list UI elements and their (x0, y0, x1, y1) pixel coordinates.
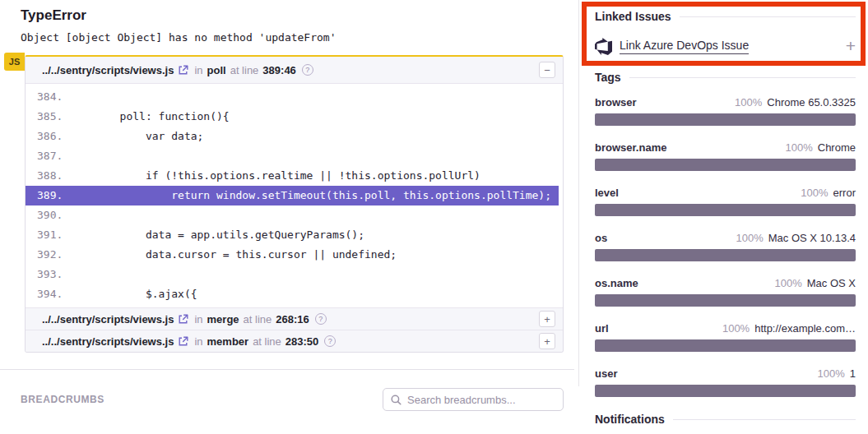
tag-item-level: level100%error (595, 187, 856, 216)
tag-percent: 100% (736, 232, 764, 244)
line-number: 386. (26, 127, 68, 146)
tag-key: level (595, 187, 619, 199)
frame-lineno: 283:50 (285, 335, 318, 348)
in-label: in (194, 335, 202, 348)
line-code: $.ajax({ (68, 284, 197, 304)
breadcrumbs-header: BREADCRUMBS (21, 388, 564, 411)
page-title: TypeError (21, 7, 564, 24)
tag-key: os.name (595, 277, 638, 289)
expand-frame-button[interactable]: + (539, 333, 555, 349)
frame-function: member (207, 335, 249, 348)
line-code: data = app.utils.getQueryParams(); (68, 225, 364, 245)
linked-issues-heading: Linked Issues (595, 10, 671, 23)
tag-value: Mac OS X (807, 277, 856, 289)
expand-frame-button[interactable]: + (539, 311, 555, 327)
at-line-label: at line (244, 313, 272, 326)
frame-header-member[interactable]: ../../sentry/scripts/views.js in member … (26, 330, 563, 352)
code-line: 391. data = app.utils.getQueryParams(); (26, 225, 563, 245)
search-breadcrumbs-input[interactable] (407, 394, 555, 406)
issue-detail-page: TypeError Object [object Object] has no … (0, 0, 868, 434)
main-column: TypeError Object [object Object] has no … (0, 0, 578, 434)
tag-value: http://example.com… (754, 322, 856, 335)
tag-value: Chrome (818, 141, 856, 154)
frame-header-poll[interactable]: ../../sentry/scripts/views.js in poll at… (26, 57, 563, 84)
line-code: if (!this.options.realtime || !this.opti… (68, 166, 480, 186)
stacktrace-frame-list: ../../sentry/scripts/views.js in poll at… (25, 55, 564, 353)
line-number: 384. (26, 87, 68, 107)
tag-item-user: user100%1 (595, 367, 856, 397)
at-line-label: at line (230, 64, 259, 76)
tag-distribution-bar[interactable] (595, 159, 856, 171)
line-number: 387. (26, 146, 68, 166)
tag-percent: 100% (801, 187, 828, 199)
tag-item-browser: browser100%Chrome 65.0.3325 (595, 96, 856, 126)
tag-distribution-bar[interactable] (595, 385, 856, 397)
external-link-icon[interactable] (178, 336, 188, 347)
tag-value: error (833, 187, 856, 199)
tag-key: url (595, 322, 609, 335)
tag-percent: 100% (722, 322, 750, 335)
error-message: Object [object Object] has no method 'up… (21, 31, 564, 44)
code-line: 388. if (!this.options.realtime || !this… (26, 166, 563, 186)
breadcrumbs-search[interactable] (383, 388, 564, 411)
heading-rule (680, 16, 856, 17)
breadcrumbs-title: BREADCRUMBS (21, 394, 104, 405)
tag-item-browser-name: browser.name100%Chrome (595, 141, 856, 171)
code-line: 390. (26, 205, 563, 225)
line-number: 391. (26, 225, 68, 245)
help-icon[interactable]: ? (324, 335, 336, 347)
sidebar: Linked Issues Link Azure DevOps Issue + … (578, 0, 868, 434)
code-line: 384. (26, 87, 563, 107)
tag-item-url: url100%http://example.com… (595, 322, 856, 352)
line-number: 389. (26, 186, 68, 205)
link-azure-devops-row: Link Azure DevOps Issue + (595, 35, 856, 57)
code-line: 387. (26, 146, 563, 166)
line-code: poll: function(){ (68, 107, 230, 127)
tag-value: Chrome 65.0.3325 (767, 96, 856, 108)
tags-section-header: Tags (595, 71, 856, 84)
frame-function: merge (207, 313, 239, 326)
tag-item-os-name: os.name100%Mac OS X (595, 277, 856, 307)
tags-section: Tags browser100%Chrome 65.0.3325 browser… (595, 71, 856, 397)
tag-key: user (595, 367, 617, 380)
code-line: 385. poll: function(){ (26, 107, 563, 127)
tag-distribution-bar[interactable] (595, 339, 856, 352)
line-number: 388. (26, 166, 68, 186)
linked-issues-section-header: Linked Issues (595, 10, 856, 23)
frame-lineno: 389:46 (262, 64, 295, 76)
frame-filename-link[interactable]: ../../sentry/scripts/views.js (42, 335, 174, 348)
line-number: 394. (26, 284, 68, 304)
code-line-highlighted: 389. return window.setTimeout(this.poll,… (26, 186, 559, 205)
line-number: 385. (26, 107, 68, 127)
line-number: 390. (26, 205, 68, 225)
code-line: 393. (26, 265, 563, 284)
heading-rule (629, 77, 856, 78)
tag-distribution-bar[interactable] (595, 113, 856, 126)
tag-percent: 100% (775, 277, 802, 289)
code-line: 392. data.cursor = this.cursor || undefi… (26, 245, 563, 265)
frame-filename-link[interactable]: ../../sentry/scripts/views.js (42, 64, 174, 76)
code-line: 394. $.ajax({ (26, 284, 563, 304)
notifications-section-header: Notifications (595, 413, 856, 426)
line-number: 392. (26, 245, 68, 265)
external-link-icon[interactable] (178, 65, 188, 76)
frame-lineno: 268:16 (276, 313, 309, 326)
external-link-icon[interactable] (178, 314, 188, 325)
tag-key: os (595, 232, 607, 244)
tag-percent: 100% (818, 367, 845, 380)
collapse-frame-button[interactable]: − (539, 62, 555, 78)
tag-distribution-bar[interactable] (595, 294, 856, 307)
tag-distribution-bar[interactable] (595, 249, 856, 261)
tag-key: browser (595, 96, 637, 108)
tag-item-os: os100%Mac OS X 10.13.4 (595, 232, 856, 261)
code-line: 386. var data; (26, 127, 563, 146)
frame-filename-link[interactable]: ../../sentry/scripts/views.js (42, 313, 174, 326)
add-linked-issue-button[interactable]: + (846, 38, 856, 54)
stacktrace: JS ../../sentry/scripts/views.js in poll… (25, 55, 564, 353)
section-divider (0, 369, 574, 370)
help-icon[interactable]: ? (315, 313, 327, 325)
link-azure-devops-issue-link[interactable]: Link Azure DevOps Issue (620, 39, 749, 54)
tag-distribution-bar[interactable] (595, 204, 856, 216)
help-icon[interactable]: ? (302, 64, 313, 76)
frame-header-merge[interactable]: ../../sentry/scripts/views.js in merge a… (26, 307, 563, 330)
